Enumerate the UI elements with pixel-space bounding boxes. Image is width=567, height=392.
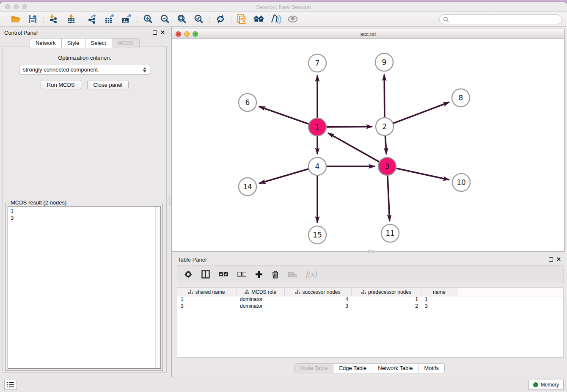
export-network-icon[interactable] [87, 14, 98, 25]
table-cell[interactable]: 3 [421, 303, 457, 310]
tab-node-table[interactable]: Node Table [294, 363, 334, 373]
delete-table-icon[interactable] [288, 269, 297, 279]
node-table: shared nameMCDS rolesuccessor nodesprede… [177, 287, 564, 358]
graph-edge-3-10[interactable] [395, 168, 449, 180]
task-history-button[interactable] [4, 380, 17, 390]
memory-button[interactable]: Memory [528, 380, 564, 390]
create-column-plus-icon[interactable] [255, 269, 263, 279]
float-table-panel-icon[interactable] [549, 257, 553, 262]
tab-style[interactable]: Style [62, 38, 85, 48]
table-cell[interactable]: 2 [352, 303, 421, 310]
column-header-filler [457, 288, 563, 296]
network-minimize-icon[interactable]: − [184, 31, 190, 37]
table-toolbar: f(x) [177, 265, 564, 283]
graph-node-label-10: 10 [457, 178, 466, 187]
search-input[interactable] [449, 17, 558, 22]
delete-column-trash-icon[interactable] [272, 269, 279, 279]
column-header-MCDS-role[interactable]: MCDS role [237, 288, 285, 296]
splitter-handle[interactable] [169, 196, 171, 205]
select-all-columns-icon[interactable] [219, 269, 228, 279]
window-titlebar: Session: New Session [0, 2, 567, 12]
export-table-icon[interactable] [104, 14, 115, 25]
table-cell[interactable]: 3 [177, 303, 237, 310]
memory-status-icon [533, 382, 538, 387]
deselect-all-columns-icon[interactable] [237, 269, 246, 279]
table-cell[interactable]: 1 [421, 296, 457, 303]
graph-node-label-3: 3 [385, 162, 390, 171]
table-row[interactable]: 1dominator411 [177, 296, 563, 303]
graph-edge-1-6[interactable] [259, 107, 310, 124]
search-box[interactable] [439, 14, 562, 24]
column-header-name[interactable]: name [421, 288, 457, 296]
function-builder-icon[interactable]: f(x) [306, 269, 317, 279]
table-cell[interactable]: 1 [177, 296, 237, 303]
column-header-successor-nodes[interactable]: successor nodes [285, 288, 352, 296]
graph-edge-4-14[interactable] [259, 168, 310, 183]
network-window-titlebar[interactable]: ✕ − + scc.txt [172, 29, 564, 39]
column-header-predecessor-nodes[interactable]: predecessor nodes [352, 288, 421, 296]
table-row[interactable]: 3dominator323 [177, 303, 563, 310]
control-panel-title: Control Panel [4, 30, 153, 36]
hide-graphics-eye-icon[interactable] [287, 14, 298, 25]
save-session-icon[interactable] [27, 14, 38, 25]
show-style-icon[interactable] [270, 14, 281, 25]
table-cell[interactable]: dominator [237, 296, 285, 303]
mcds-result-text[interactable]: 1 3 [8, 206, 161, 369]
tab-edge-table[interactable]: Edge Table [333, 363, 372, 373]
zoom-out-icon[interactable] [160, 14, 171, 25]
network-canvas[interactable]: 7968124314101511 [172, 39, 564, 251]
table-header-row: shared nameMCDS rolesuccessor nodesprede… [177, 288, 563, 296]
table-cell[interactable]: dominator [237, 303, 285, 310]
zoom-in-icon[interactable] [143, 14, 154, 25]
control-panel-tabs: Network Style Select MCDS [0, 38, 169, 48]
network-close-icon[interactable]: ✕ [176, 31, 181, 37]
column-type-icon [188, 290, 193, 294]
criterion-select[interactable]: strongly connected component [19, 65, 150, 75]
zoom-fit-icon[interactable] [176, 14, 187, 25]
table-cell[interactable]: 4 [285, 296, 352, 303]
horizontal-splitter-handle[interactable] [368, 250, 374, 253]
float-panel-icon[interactable] [153, 30, 157, 35]
graph-edge-1-2[interactable] [325, 127, 372, 127]
import-network-icon[interactable] [49, 14, 60, 25]
graph-node-label-6: 6 [245, 98, 250, 107]
tab-network[interactable]: Network [30, 38, 62, 48]
graph-node-label-1: 1 [315, 123, 320, 131]
tab-motifs[interactable]: Motifs [418, 363, 445, 373]
graph-edge-2-8[interactable] [392, 102, 449, 124]
graph-node-label-8: 8 [459, 94, 463, 102]
close-panel-icon[interactable]: ✕ [160, 30, 165, 35]
graph-node-label-7: 7 [315, 59, 320, 67]
graph-node-label-11: 11 [385, 229, 395, 237]
run-mcds-button[interactable]: Run MCDS [41, 80, 81, 89]
show-all-home-icon[interactable] [253, 14, 264, 25]
table-cell[interactable]: 3 [285, 303, 352, 310]
result-scrollbar[interactable] [155, 207, 160, 368]
table-cell[interactable]: 1 [352, 296, 421, 303]
new-network-file-icon[interactable] [237, 14, 248, 25]
graph-edge-3-1[interactable] [328, 133, 380, 162]
table-settings-gear-icon[interactable] [184, 269, 193, 279]
open-session-icon[interactable] [10, 14, 21, 25]
zoom-selected-icon[interactable] [193, 14, 204, 25]
column-header-shared-name[interactable]: shared name [177, 288, 237, 296]
result-line: 1 [11, 207, 158, 214]
network-graph: 7968124314101511 [172, 39, 564, 252]
tab-network-table[interactable]: Network Table [372, 363, 418, 373]
window-title: Session: New Session [0, 4, 567, 10]
close-table-panel-icon[interactable]: ✕ [556, 257, 561, 262]
tab-mcds[interactable]: MCDS [112, 38, 140, 48]
network-maximize-icon[interactable]: + [193, 31, 198, 37]
mcds-panel: Optimization criterion: strongly connect… [3, 47, 167, 373]
table-panel: Table Panel ✕ [172, 254, 567, 377]
graph-edge-2-3[interactable] [385, 135, 386, 154]
export-image-icon[interactable] [121, 14, 132, 25]
graph-edge-2-9[interactable] [384, 75, 385, 119]
application-window: Session: New Session [0, 2, 567, 392]
graph-edge-3-11[interactable] [388, 174, 390, 221]
show-columns-icon[interactable] [201, 269, 210, 279]
tab-select[interactable]: Select [85, 38, 112, 48]
import-table-icon[interactable] [66, 14, 77, 25]
close-panel-button[interactable]: Close panel [87, 80, 129, 89]
apply-layout-icon[interactable] [215, 14, 226, 25]
